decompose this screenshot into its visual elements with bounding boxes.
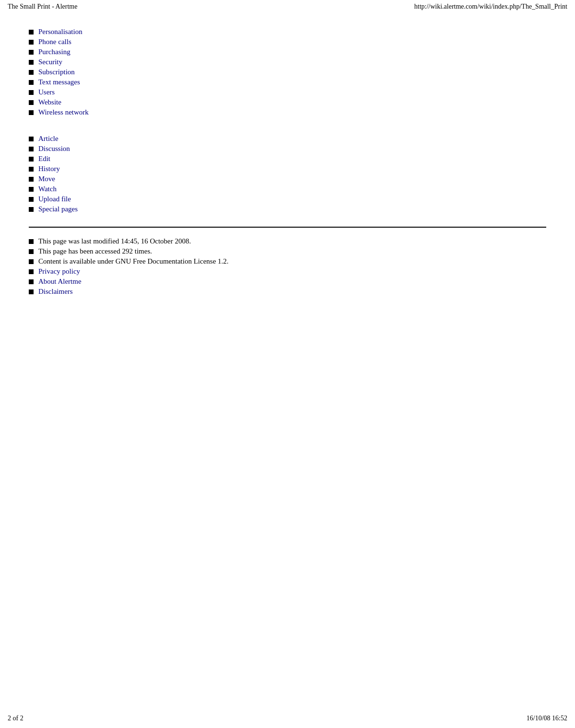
list-item: Users bbox=[29, 88, 546, 96]
nav-section-2: ArticleDiscussionEditHistoryMoveWatchUpl… bbox=[29, 135, 546, 213]
list-item: Discussion bbox=[29, 145, 546, 153]
bullet-icon bbox=[29, 147, 34, 151]
bullet-icon bbox=[29, 187, 34, 192]
list-item: Upload file bbox=[29, 195, 546, 203]
bullet-icon bbox=[29, 269, 34, 274]
footer-list: This page was last modified 14:45, 16 Oc… bbox=[29, 237, 546, 296]
list-item: Text messages bbox=[29, 78, 546, 86]
footer-text: This page has been accessed 292 times. bbox=[38, 247, 152, 255]
list-item: Phone calls bbox=[29, 38, 546, 46]
nav-link[interactable]: Special pages bbox=[38, 205, 78, 213]
nav-link[interactable]: Security bbox=[38, 58, 62, 66]
list-item: Special pages bbox=[29, 205, 546, 213]
bullet-icon bbox=[29, 157, 34, 162]
nav-link[interactable]: Watch bbox=[38, 185, 57, 193]
nav-link[interactable]: Move bbox=[38, 175, 55, 183]
page-number: 2 of 2 bbox=[8, 715, 23, 722]
bullet-icon bbox=[29, 137, 34, 141]
list-item: Subscription bbox=[29, 68, 546, 76]
list-item: This page was last modified 14:45, 16 Oc… bbox=[29, 237, 546, 245]
bullet-icon bbox=[29, 207, 34, 212]
bullet-icon bbox=[29, 30, 34, 35]
footer-text: Content is available under GNU Free Docu… bbox=[38, 257, 229, 266]
list-item: History bbox=[29, 165, 546, 173]
footer-section: This page was last modified 14:45, 16 Oc… bbox=[29, 237, 546, 296]
bullet-icon bbox=[29, 70, 34, 75]
bullet-icon bbox=[29, 90, 34, 95]
nav-link[interactable]: Wireless network bbox=[38, 108, 89, 116]
section-divider bbox=[29, 227, 546, 228]
nav-list-2: ArticleDiscussionEditHistoryMoveWatchUpl… bbox=[29, 135, 546, 213]
list-item: Security bbox=[29, 58, 546, 66]
footer-link[interactable]: Privacy policy bbox=[38, 267, 80, 276]
bullet-icon bbox=[29, 239, 34, 244]
list-item: Content is available under GNU Free Docu… bbox=[29, 257, 546, 266]
page-url: http://wiki.alertme.com/wiki/index.php/T… bbox=[414, 3, 567, 11]
list-item: Wireless network bbox=[29, 108, 546, 116]
bullet-icon bbox=[29, 110, 34, 115]
bullet-icon bbox=[29, 279, 34, 284]
nav-link[interactable]: Article bbox=[38, 135, 59, 143]
nav-list-1: PersonalisationPhone callsPurchasingSecu… bbox=[29, 28, 546, 116]
list-item: Personalisation bbox=[29, 28, 546, 36]
nav-section-1: PersonalisationPhone callsPurchasingSecu… bbox=[29, 28, 546, 116]
nav-link[interactable]: Users bbox=[38, 88, 55, 96]
bullet-icon bbox=[29, 249, 34, 254]
bullet-icon bbox=[29, 177, 34, 182]
page-title: The Small Print - Alertme bbox=[8, 3, 77, 11]
list-item: Disclaimers bbox=[29, 288, 546, 296]
footer-link[interactable]: Disclaimers bbox=[38, 288, 73, 296]
list-item: Edit bbox=[29, 155, 546, 163]
list-item: Privacy policy bbox=[29, 267, 546, 276]
bullet-icon bbox=[29, 100, 34, 105]
nav-link[interactable]: Phone calls bbox=[38, 38, 71, 46]
nav-link[interactable]: Subscription bbox=[38, 68, 75, 76]
bullet-icon bbox=[29, 80, 34, 85]
footer-text: This page was last modified 14:45, 16 Oc… bbox=[38, 237, 191, 245]
bullet-icon bbox=[29, 60, 34, 65]
list-item: Article bbox=[29, 135, 546, 143]
list-item: This page has been accessed 292 times. bbox=[29, 247, 546, 255]
nav-link[interactable]: Upload file bbox=[38, 195, 71, 203]
list-item: Website bbox=[29, 98, 546, 106]
list-item: About Alertme bbox=[29, 277, 546, 286]
nav-link[interactable]: Purchasing bbox=[38, 48, 70, 56]
bullet-icon bbox=[29, 167, 34, 172]
nav-link[interactable]: Discussion bbox=[38, 145, 70, 153]
nav-link[interactable]: Edit bbox=[38, 155, 50, 163]
nav-link[interactable]: Text messages bbox=[38, 78, 80, 86]
bullet-icon bbox=[29, 259, 34, 264]
page-timestamp: 16/10/08 16:52 bbox=[527, 715, 567, 722]
bullet-icon bbox=[29, 197, 34, 202]
bullet-icon bbox=[29, 289, 34, 294]
nav-link[interactable]: History bbox=[38, 165, 60, 173]
nav-link[interactable]: Website bbox=[38, 98, 61, 106]
list-item: Watch bbox=[29, 185, 546, 193]
nav-link[interactable]: Personalisation bbox=[38, 28, 82, 36]
list-item: Move bbox=[29, 175, 546, 183]
bullet-icon bbox=[29, 40, 34, 45]
footer-link[interactable]: About Alertme bbox=[38, 277, 82, 286]
bullet-icon bbox=[29, 50, 34, 55]
list-item: Purchasing bbox=[29, 48, 546, 56]
